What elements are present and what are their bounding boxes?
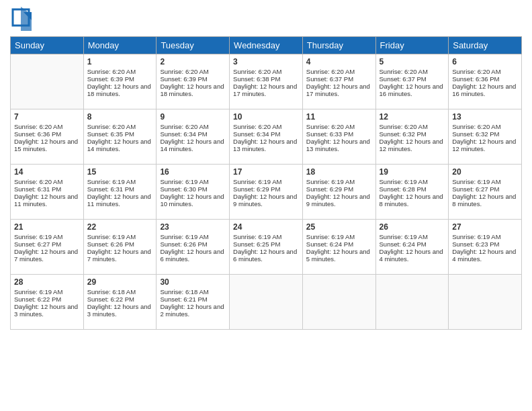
day-number: 20: [452, 167, 518, 177]
day-info: Sunrise: 6:18 AMSunset: 6:21 PMDaylight:…: [160, 288, 224, 318]
day-info: Sunrise: 6:20 AMSunset: 6:38 PMDaylight:…: [233, 68, 297, 97]
day-number: 8: [87, 112, 153, 122]
day-info: Sunrise: 6:20 AMSunset: 6:37 PMDaylight:…: [380, 68, 443, 97]
day-info: Sunrise: 6:20 AMSunset: 6:35 PMDaylight:…: [87, 123, 151, 152]
calendar-week-5: 28Sunrise: 6:19 AMSunset: 6:22 PMDayligh…: [11, 275, 522, 330]
calendar-week-2: 7Sunrise: 6:20 AMSunset: 6:36 PMDaylight…: [11, 109, 522, 165]
day-info: Sunrise: 6:20 AMSunset: 6:34 PMDaylight:…: [160, 123, 224, 152]
day-info: Sunrise: 6:20 AMSunset: 6:32 PMDaylight:…: [380, 123, 443, 152]
day-number: 21: [14, 222, 80, 232]
day-number: 18: [306, 167, 372, 177]
calendar-day: 28Sunrise: 6:19 AMSunset: 6:22 PMDayligh…: [11, 275, 84, 330]
calendar-header-row: SundayMondayTuesdayWednesdayThursdayFrid…: [11, 37, 522, 54]
calendar-day: 2Sunrise: 6:20 AMSunset: 6:39 PMDaylight…: [157, 54, 230, 109]
calendar-day: 12Sunrise: 6:20 AMSunset: 6:32 PMDayligh…: [375, 109, 449, 165]
calendar-day: 23Sunrise: 6:19 AMSunset: 6:26 PMDayligh…: [157, 220, 230, 275]
calendar-day: 3Sunrise: 6:20 AMSunset: 6:38 PMDaylight…: [230, 54, 303, 109]
calendar-day: 13Sunrise: 6:20 AMSunset: 6:32 PMDayligh…: [449, 109, 522, 165]
day-info: Sunrise: 6:20 AMSunset: 6:33 PMDaylight:…: [306, 123, 370, 152]
day-info: Sunrise: 6:19 AMSunset: 6:27 PMDaylight:…: [452, 178, 516, 208]
day-number: 2: [160, 57, 226, 66]
day-number: 5: [380, 57, 445, 66]
calendar-day: 19Sunrise: 6:19 AMSunset: 6:28 PMDayligh…: [375, 165, 449, 220]
day-info: Sunrise: 6:20 AMSunset: 6:39 PMDaylight:…: [87, 68, 151, 97]
day-header-sunday: Sunday: [11, 37, 84, 54]
day-number: 24: [233, 222, 299, 232]
calendar-day: 21Sunrise: 6:19 AMSunset: 6:27 PMDayligh…: [11, 220, 84, 275]
day-number: 4: [306, 57, 372, 66]
calendar-day: 17Sunrise: 6:19 AMSunset: 6:29 PMDayligh…: [230, 165, 303, 220]
logo: [10, 7, 32, 31]
calendar-day: 15Sunrise: 6:19 AMSunset: 6:31 PMDayligh…: [83, 165, 157, 220]
day-info: Sunrise: 6:20 AMSunset: 6:32 PMDaylight:…: [452, 123, 516, 152]
day-number: 10: [233, 112, 299, 122]
day-number: 29: [87, 277, 153, 287]
calendar-day: 7Sunrise: 6:20 AMSunset: 6:36 PMDaylight…: [11, 109, 84, 165]
day-info: Sunrise: 6:19 AMSunset: 6:28 PMDaylight:…: [380, 178, 443, 208]
day-info: Sunrise: 6:20 AMSunset: 6:37 PMDaylight:…: [306, 68, 370, 97]
day-info: Sunrise: 6:19 AMSunset: 6:24 PMDaylight:…: [306, 233, 370, 263]
day-info: Sunrise: 6:19 AMSunset: 6:29 PMDaylight:…: [306, 178, 370, 208]
day-info: Sunrise: 6:19 AMSunset: 6:30 PMDaylight:…: [160, 178, 224, 208]
calendar-day: 4Sunrise: 6:20 AMSunset: 6:37 PMDaylight…: [302, 54, 375, 109]
day-info: Sunrise: 6:19 AMSunset: 6:24 PMDaylight:…: [380, 233, 443, 263]
day-header-thursday: Thursday: [302, 37, 375, 54]
calendar-day: 11Sunrise: 6:20 AMSunset: 6:33 PMDayligh…: [302, 109, 375, 165]
day-number: 16: [160, 167, 226, 177]
calendar-day: 6Sunrise: 6:20 AMSunset: 6:36 PMDaylight…: [449, 54, 522, 109]
day-number: 11: [306, 112, 372, 122]
day-info: Sunrise: 6:19 AMSunset: 6:22 PMDaylight:…: [14, 288, 78, 318]
calendar-day: 9Sunrise: 6:20 AMSunset: 6:34 PMDaylight…: [157, 109, 230, 165]
calendar-day: 16Sunrise: 6:19 AMSunset: 6:30 PMDayligh…: [157, 165, 230, 220]
calendar-week-3: 14Sunrise: 6:20 AMSunset: 6:31 PMDayligh…: [11, 165, 522, 220]
day-number: 14: [14, 167, 80, 177]
calendar-week-1: 1Sunrise: 6:20 AMSunset: 6:39 PMDaylight…: [11, 54, 522, 109]
calendar-day: 1Sunrise: 6:20 AMSunset: 6:39 PMDaylight…: [83, 54, 157, 109]
day-number: 22: [87, 222, 153, 232]
day-header-tuesday: Tuesday: [157, 37, 230, 54]
day-number: 23: [160, 222, 226, 232]
page-container: SundayMondayTuesdayWednesdayThursdayFrid…: [0, 0, 532, 336]
calendar: SundayMondayTuesdayWednesdayThursdayFrid…: [10, 36, 522, 330]
day-number: 12: [380, 112, 445, 122]
day-info: Sunrise: 6:20 AMSunset: 6:39 PMDaylight:…: [160, 68, 224, 97]
day-number: 3: [233, 57, 299, 66]
day-info: Sunrise: 6:19 AMSunset: 6:26 PMDaylight:…: [160, 233, 224, 263]
calendar-day: 27Sunrise: 6:19 AMSunset: 6:23 PMDayligh…: [449, 220, 522, 275]
day-info: Sunrise: 6:19 AMSunset: 6:25 PMDaylight:…: [233, 233, 297, 263]
day-number: 17: [233, 167, 299, 177]
day-number: 9: [160, 112, 226, 122]
header: [10, 7, 522, 31]
calendar-day: 29Sunrise: 6:18 AMSunset: 6:22 PMDayligh…: [83, 275, 157, 330]
day-header-monday: Monday: [83, 37, 157, 54]
day-header-friday: Friday: [375, 37, 449, 54]
day-number: 1: [87, 57, 153, 66]
day-number: 6: [452, 57, 518, 66]
calendar-day: [11, 54, 84, 109]
calendar-day: [230, 275, 303, 330]
logo-icon: [10, 7, 32, 31]
calendar-day: 18Sunrise: 6:19 AMSunset: 6:29 PMDayligh…: [302, 165, 375, 220]
day-info: Sunrise: 6:20 AMSunset: 6:36 PMDaylight:…: [452, 68, 516, 97]
calendar-day: 24Sunrise: 6:19 AMSunset: 6:25 PMDayligh…: [230, 220, 303, 275]
day-info: Sunrise: 6:19 AMSunset: 6:26 PMDaylight:…: [87, 233, 151, 263]
day-number: 26: [380, 222, 445, 232]
day-info: Sunrise: 6:19 AMSunset: 6:23 PMDaylight:…: [452, 233, 516, 263]
day-info: Sunrise: 6:19 AMSunset: 6:29 PMDaylight:…: [233, 178, 297, 208]
day-number: 25: [306, 222, 372, 232]
calendar-day: [375, 275, 449, 330]
calendar-day: 20Sunrise: 6:19 AMSunset: 6:27 PMDayligh…: [449, 165, 522, 220]
day-number: 27: [452, 222, 518, 232]
calendar-day: 8Sunrise: 6:20 AMSunset: 6:35 PMDaylight…: [83, 109, 157, 165]
day-header-wednesday: Wednesday: [230, 37, 303, 54]
calendar-week-4: 21Sunrise: 6:19 AMSunset: 6:27 PMDayligh…: [11, 220, 522, 275]
day-number: 19: [380, 167, 445, 177]
calendar-day: 22Sunrise: 6:19 AMSunset: 6:26 PMDayligh…: [83, 220, 157, 275]
calendar-day: 14Sunrise: 6:20 AMSunset: 6:31 PMDayligh…: [11, 165, 84, 220]
calendar-day: 30Sunrise: 6:18 AMSunset: 6:21 PMDayligh…: [157, 275, 230, 330]
day-info: Sunrise: 6:19 AMSunset: 6:31 PMDaylight:…: [87, 178, 151, 208]
calendar-day: 5Sunrise: 6:20 AMSunset: 6:37 PMDaylight…: [375, 54, 449, 109]
day-info: Sunrise: 6:19 AMSunset: 6:27 PMDaylight:…: [14, 233, 78, 263]
day-number: 7: [14, 112, 80, 122]
calendar-day: 26Sunrise: 6:19 AMSunset: 6:24 PMDayligh…: [375, 220, 449, 275]
